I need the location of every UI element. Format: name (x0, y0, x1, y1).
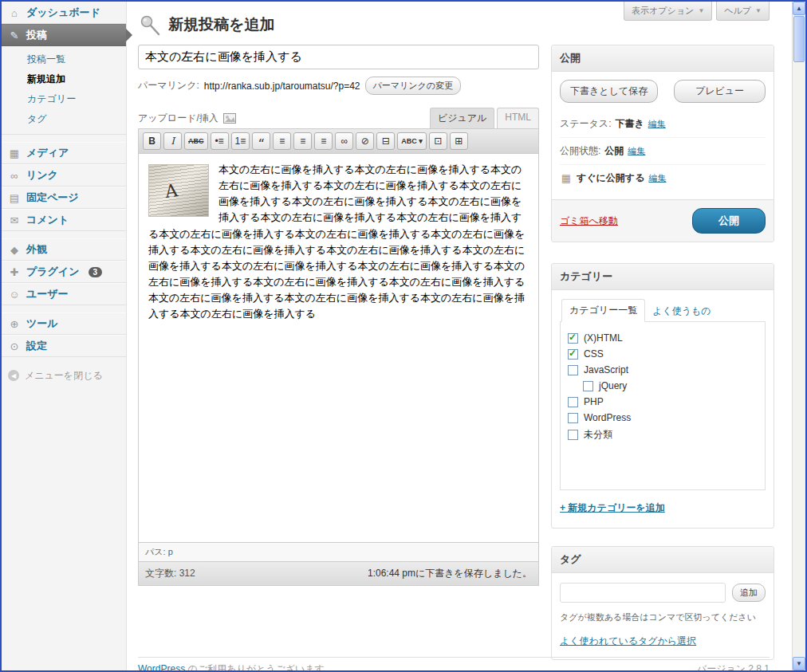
align-left-button[interactable]: ≡ (273, 132, 291, 150)
posts-submenu: 投稿一覧 新規追加 カテゴリー タグ (2, 46, 126, 135)
category-checkbox[interactable] (568, 397, 578, 407)
choose-from-most-used-link[interactable]: よく使われているタグから選択 (560, 635, 696, 648)
numbered-list-button[interactable]: 1≡ (231, 132, 250, 150)
move-to-trash-link[interactable]: ゴミ箱へ移動 (560, 214, 618, 228)
sidebar-item-media[interactable]: ▦ メディア (2, 142, 126, 164)
bold-button[interactable]: B (143, 132, 161, 150)
publish-panel-title[interactable]: 公開 (552, 45, 774, 72)
tab-most-used[interactable]: よく使うもの (645, 301, 718, 322)
post-title-input[interactable] (138, 45, 539, 69)
align-right-button[interactable]: ≡ (314, 132, 333, 150)
align-center-button[interactable]: ≡ (293, 132, 312, 150)
sidebar-item-tools[interactable]: ⊕ ツール (2, 312, 126, 335)
main-content: 表示オプション ▼ ヘルプ ▼ 新規投稿を追加 パーマリンク: (127, 2, 792, 670)
category-item[interactable]: 未分類 (568, 428, 758, 442)
sidebar-item-comments[interactable]: ✉ コメント (2, 209, 126, 231)
tab-html[interactable]: HTML (497, 108, 539, 128)
category-item[interactable]: PHP (568, 396, 758, 407)
category-checkbox[interactable] (583, 381, 593, 391)
users-icon: ☺ (8, 288, 21, 301)
tags-panel: タグ 追加 タグが複数ある場合はコンマで区切ってください よく使われているタグか… (551, 546, 774, 660)
add-media-icon[interactable] (223, 113, 238, 124)
category-item[interactable]: CSS (568, 348, 758, 360)
vertical-scrollbar[interactable]: ▲ ▼ (792, 2, 805, 670)
editor-content-area[interactable]: 本文の左右に画像を挿入する本文の左右に画像を挿入する本文の左右に画像を挿入する本… (139, 154, 538, 542)
tag-hint-text: タグが複数ある場合はコンマで区切ってください (560, 611, 766, 623)
bullet-list-button[interactable]: •≡ (211, 132, 229, 150)
collapse-menu-button[interactable]: ◀ メニューを閉じる (2, 364, 126, 387)
categories-panel-title[interactable]: カテゴリー (552, 264, 774, 290)
post-schedule-row: ▦ すぐに公開する 編集 (560, 165, 766, 191)
tools-icon: ⊕ (8, 317, 21, 330)
tab-all-categories[interactable]: カテゴリー一覧 (561, 299, 645, 322)
scrollbar-thumb[interactable] (793, 16, 805, 62)
edit-status-link[interactable]: 編集 (648, 118, 666, 130)
new-tag-input[interactable] (560, 583, 726, 603)
category-item[interactable]: jQuery (568, 380, 758, 391)
dashboard-icon: ⌂ (8, 6, 21, 19)
media-buttons-row: アップロード/挿入 ビジュアル HTML (138, 108, 539, 128)
visibility-label: 公開状態: (560, 144, 600, 158)
submenu-item-categories[interactable]: カテゴリー (2, 89, 126, 109)
sidebar-item-posts[interactable]: ✎ 投稿 (2, 24, 126, 46)
kitchen-sink-button[interactable]: ⊞ (450, 132, 468, 150)
scroll-down-button[interactable]: ▼ (793, 657, 805, 670)
publish-panel: 公開 下書きとして保存 プレビュー ステータス: 下書き 編集 公開状態: (551, 45, 774, 242)
publish-button[interactable]: 公開 (692, 208, 766, 234)
unlink-button[interactable]: ⊘ (356, 132, 374, 150)
post-status-row: ステータス: 下書き 編集 (560, 111, 766, 138)
categories-panel-body: カテゴリー一覧 よく使うもの (X)HTMLCSSJavaScriptjQuer… (552, 290, 774, 528)
word-count: 文字数: 312 (145, 567, 195, 580)
menu-separator (2, 231, 126, 238)
sidebar-label-tools: ツール (26, 316, 58, 331)
category-checkbox[interactable] (568, 413, 578, 423)
spellcheck-button[interactable]: ABC ▾ (397, 132, 427, 150)
sidebar-item-dashboard[interactable]: ⌂ ダッシュボード (2, 2, 126, 24)
edit-visibility-link[interactable]: 編集 (628, 145, 645, 157)
more-tag-button[interactable]: ⊟ (376, 132, 395, 150)
edit-schedule-link[interactable]: 編集 (648, 172, 666, 184)
status-value: 下書き (615, 117, 644, 131)
category-checkbox[interactable] (568, 333, 578, 344)
save-draft-button[interactable]: 下書きとして保存 (560, 80, 658, 103)
strikethrough-button[interactable]: ABC (184, 132, 208, 150)
wordpress-link[interactable]: WordPress (138, 663, 185, 672)
category-item[interactable]: (X)HTML (568, 332, 758, 344)
sidebar-label-appearance: 外観 (26, 242, 47, 257)
category-checkbox[interactable] (568, 365, 578, 375)
add-new-category-link[interactable]: + 新規カテゴリーを追加 (560, 501, 665, 515)
italic-button[interactable]: I (163, 132, 182, 150)
category-label: CSS (584, 348, 604, 360)
fullscreen-button[interactable]: ⊡ (429, 132, 447, 150)
submenu-item-add-new[interactable]: 新規追加 (2, 69, 126, 89)
blockquote-button[interactable]: “ (252, 132, 270, 150)
panel-gap (551, 529, 774, 546)
category-item[interactable]: WordPress (568, 412, 758, 423)
sidebar-item-appearance[interactable]: ◆ 外観 (2, 238, 126, 261)
scrollbar-track[interactable] (793, 63, 805, 657)
sidebar-item-users[interactable]: ☺ ユーザー (2, 283, 126, 305)
screen-options-button[interactable]: 表示オプション ▼ (624, 2, 712, 21)
tags-panel-title[interactable]: タグ (552, 547, 774, 573)
sidebar-item-plugins[interactable]: ✚ プラグイン 3 (2, 261, 126, 283)
category-checklist[interactable]: (X)HTMLCSSJavaScriptjQueryPHPWordPress未分… (560, 321, 766, 490)
submenu-item-tags[interactable]: タグ (2, 109, 126, 129)
add-tag-button[interactable]: 追加 (732, 584, 766, 602)
preview-button[interactable]: プレビュー (674, 80, 766, 103)
tab-visual[interactable]: ビジュアル (430, 108, 494, 128)
sidebar-item-pages[interactable]: ▤ 固定ページ (2, 187, 126, 209)
scroll-up-button[interactable]: ▲ (793, 2, 805, 15)
category-label: (X)HTML (584, 332, 623, 344)
visual-editor: BIABC•≡1≡“≡≡≡∞⊘⊟ABC ▾⊡⊞ 本文の左右に画像を挿入する本文の… (138, 128, 539, 586)
help-button[interactable]: ヘルプ ▼ (716, 2, 770, 21)
inserted-newspaper-image[interactable] (148, 164, 209, 217)
submenu-item-posts-list[interactable]: 投稿一覧 (2, 49, 126, 69)
edit-permalink-button[interactable]: パーマリンクの変更 (365, 77, 462, 95)
category-checkbox[interactable] (568, 349, 578, 360)
category-checkbox[interactable] (568, 430, 578, 440)
admin-sidebar: ⌂ ダッシュボード ✎ 投稿 投稿一覧 新規追加 カテゴリー タグ ▦ メディア… (2, 2, 127, 670)
category-item[interactable]: JavaScript (568, 364, 758, 375)
sidebar-item-links[interactable]: ∞ リンク (2, 164, 126, 187)
link-button[interactable]: ∞ (335, 132, 353, 150)
sidebar-item-settings[interactable]: ⊙ 設定 (2, 335, 126, 357)
